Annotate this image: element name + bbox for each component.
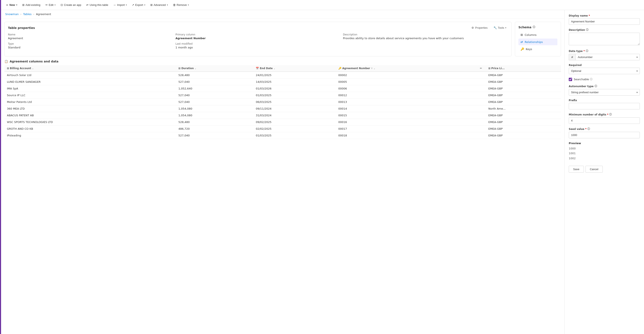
duration-filter-icon[interactable]: ⌄ [194,67,196,69]
create-app-button[interactable]: ⊡ Create an app [58,2,83,7]
col-duration[interactable]: ⊞ Duration ⌄ [176,65,253,72]
duration-col-icon: ⊞ [178,67,180,70]
table-row[interactable]: IMA SpA 1,052,640 01/03/2026 00006 EMEA-… [4,85,561,92]
agreement-number-sort-icon[interactable]: ↑ [371,67,373,69]
searchable-label[interactable]: Searchable ⓘ [574,77,592,81]
agreement-number-col-label: Agreement Number [342,67,370,70]
table-row[interactable]: Meitar Patents Ltd 527,040 06/03/2025 00… [4,99,561,105]
tools-chevron-icon: ▾ [505,27,506,29]
min-digits-label: Minimum number of digits * ⓘ [569,113,640,116]
edit-button[interactable]: ✏ Edit ▾ [44,2,58,7]
table-row[interactable]: ABACUS PATENT AB 1,054,080 31/03/2024 00… [4,112,561,119]
cell-edit [477,105,486,112]
cell-agreement-number: 00002 [336,72,478,79]
table-row[interactable]: IPsteading 527,040 01/03/2025 00018 EMEA… [4,132,561,139]
new-chevron-icon: ▾ [16,4,17,6]
cell-agreement-number: 00006 [336,85,478,92]
cell-end-date: 01/03/2025 [253,132,336,139]
cell-billing-account: Airtouch Solar Ltd [4,72,176,79]
import-button[interactable]: ↔ Import ▾ [111,2,129,7]
preview-values: 100010011002 [569,146,640,161]
edit-panel: Display name * Description ⓘ D [564,10,644,334]
prefix-input[interactable] [569,103,640,109]
col-price-list[interactable]: ⊞ Price Li... [486,65,561,72]
prefix-field: Prefix [569,99,640,109]
columns-icon: ⊞ [520,33,523,36]
billing-account-filter-icon[interactable]: ⌄ [32,67,34,69]
cell-billing-account: IMA SpA [4,85,176,92]
description-label: Description ⓘ [569,28,640,32]
seed-value-info-icon[interactable]: ⓘ [588,127,590,131]
table-row[interactable]: 360 MEA LTD 1,054,080 09/11/2024 00014 N… [4,105,561,112]
display-name-label: Display name * [569,14,640,17]
data-type-select[interactable]: Autonumber [576,54,640,60]
description-field: Description ⓘ [569,28,640,46]
keys-icon: 🔑 [520,47,524,51]
preview-section: Preview 100010011002 [569,142,640,161]
cell-agreement-number: 00017 [336,125,478,132]
required-label: Required [569,64,640,67]
advanced-button[interactable]: ⊞ Advanced ▾ [148,2,170,7]
remove-label: Remove [177,3,187,6]
cell-price-list: EMEA-GBP [486,72,561,79]
properties-button[interactable]: ⚙ Properties [470,25,489,30]
table-row[interactable]: WSC SPORTS TECHNOLOGIES LTD 528,480 09/0… [4,119,561,125]
data-type-select-wrapper: # Autonumber ▾ [569,54,640,60]
save-button[interactable]: Save [569,166,584,173]
preview-value: 1000 [569,146,640,151]
col-end-date[interactable]: 📅 End Date ⌄ [253,65,336,72]
searchable-info-icon[interactable]: ⓘ [590,77,592,81]
table-row[interactable]: Airtouch Solar Ltd 528,480 24/01/2025 00… [4,72,561,79]
description-info-icon[interactable]: ⓘ [586,28,588,32]
seed-value-input[interactable] [569,132,640,138]
breadcrumb-snowman[interactable]: Snowman [5,12,19,16]
cell-duration: 1,054,080 [176,112,253,119]
cell-duration: 527,040 [176,92,253,99]
table-row[interactable]: GROTH AND CO KB 486,720 02/02/2025 00017… [4,125,561,132]
breadcrumb-tables[interactable]: Tables [23,12,32,16]
schema-columns-item[interactable]: ⊞ Columns [518,31,558,38]
table-row[interactable]: Source IP LLC 527,040 01/03/2025 00012 E… [4,92,561,99]
schema-info-icon[interactable]: ⓘ [533,25,535,29]
form-actions: Save Cancel [569,166,640,173]
remove-button[interactable]: 🗑 Remove ▾ [171,2,191,7]
data-type-info-icon[interactable]: ⓘ [586,49,588,53]
searchable-checkbox[interactable] [569,78,572,81]
required-select[interactable]: Optional Required [569,68,640,74]
display-name-required-star: * [589,14,590,17]
col-agreement-number[interactable]: 🔑 Agreement Number ↑ ⌄ [336,65,478,72]
table-row[interactable]: LUND ELMER SANDAGER 527,040 14/03/2025 0… [4,79,561,85]
cell-agreement-number: 00012 [336,92,478,99]
cell-price-list: EMEA-GBP [486,99,561,105]
cell-end-date: 24/01/2025 [253,72,336,79]
cell-billing-account: 360 MEA LTD [4,105,176,112]
remove-icon: 🗑 [173,3,176,6]
description-textarea[interactable] [569,33,640,45]
cancel-button[interactable]: Cancel [586,166,603,173]
data-section: 📋 Agreement columns and data ⊞ [4,60,561,139]
data-section-icon: 📋 [4,60,8,63]
schema-card: Schema ⓘ ⊞ Columns ⇄ Relationships [515,22,561,56]
using-table-label: Using this table [90,3,108,6]
min-digits-input[interactable] [569,117,640,124]
min-digits-info-icon[interactable]: ⓘ [609,113,612,116]
tools-button[interactable]: 🔧 Tools ▾ [492,25,508,30]
autonumber-type-select-wrapper: String prefixed number Date prefixed num… [569,89,640,95]
breadcrumb-sep1: › [20,12,22,16]
using-table-button[interactable]: ⇌ Using this table [84,2,110,7]
end-date-filter-icon[interactable]: ⌄ [274,67,275,69]
cell-end-date: 01/03/2026 [253,85,336,92]
schema-keys-item[interactable]: 🔑 Keys [518,46,558,52]
breadcrumb-sep2: › [33,12,34,16]
add-existing-button[interactable]: ⊞ Add existing [20,2,42,7]
new-button[interactable]: ＋ New ▾ [4,2,19,8]
display-name-input[interactable] [569,18,640,25]
autonumber-type-info-icon[interactable]: ⓘ [594,84,597,88]
schema-relationships-item[interactable]: ⇄ Relationships [518,38,558,45]
autonumber-type-select[interactable]: String prefixed number Date prefixed num… [569,89,640,95]
col-billing-account[interactable]: ⊞ Billing Account ⌄ [4,65,176,72]
col-edit[interactable]: ✏ [477,65,486,72]
export-button[interactable]: ↗ Export ▾ [130,2,147,7]
agreement-number-filter-icon[interactable]: ⌄ [374,67,375,69]
type-prop: Type Standard [8,42,173,49]
